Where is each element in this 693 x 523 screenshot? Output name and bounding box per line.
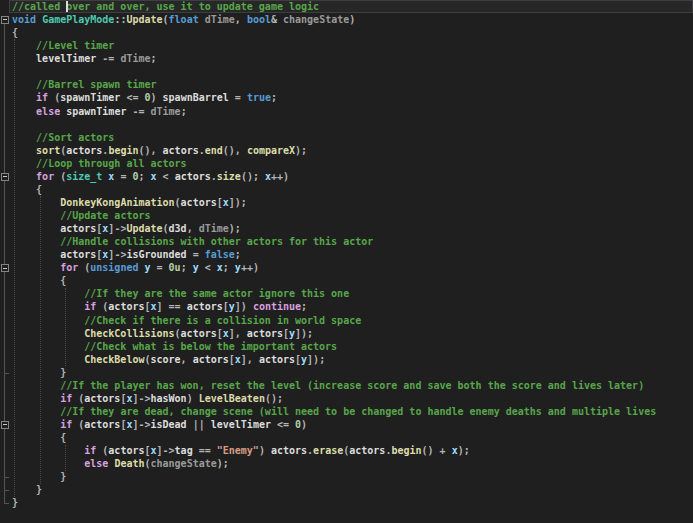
code-area[interactable]: //called over and over, use it to update… xyxy=(0,0,693,509)
code-token-fn: LevelBeaten xyxy=(199,393,265,404)
code-token-id: spawnTimer xyxy=(60,92,120,103)
code-token-pu: { xyxy=(12,27,18,38)
code-token-pu: <= xyxy=(120,92,144,103)
code-line[interactable]: { xyxy=(0,183,693,196)
code-token-fn: Update xyxy=(126,14,162,25)
code-line[interactable] xyxy=(0,65,693,78)
code-line[interactable]: //Check what is below the important acto… xyxy=(0,340,693,353)
code-line[interactable]: { xyxy=(0,431,693,444)
code-line[interactable]: else spawnTimer -= dTime; xyxy=(0,105,693,118)
code-line[interactable]: CheckCollisions(actors[x], actors[y]); xyxy=(0,327,693,340)
code-token-pu: } xyxy=(12,497,18,508)
code-token-ct: if xyxy=(84,301,96,312)
code-line[interactable]: for (unsigned y = 0u; y < x; y++) xyxy=(0,261,693,274)
code-token-pa: dTime xyxy=(120,53,150,64)
code-token-id: actors xyxy=(66,145,102,156)
code-token-fn: sort xyxy=(36,145,60,156)
code-token-pa: changeState xyxy=(151,458,217,469)
code-line[interactable]: if (spawnTimer <= 0) spawnBarrel = true; xyxy=(0,91,693,104)
code-token-pu: , xyxy=(235,14,247,25)
code-token-ct: for xyxy=(36,171,54,182)
code-line[interactable]: //Check if there is a collision in world… xyxy=(0,314,693,327)
code-token-pu: ]); xyxy=(295,328,313,339)
code-line[interactable]: //Handle collisions with other actors fo… xyxy=(0,235,693,248)
code-token-id: d3d xyxy=(169,223,187,234)
collapse-region-icon[interactable] xyxy=(1,173,9,181)
code-line[interactable]: //Barrel spawn timer xyxy=(0,78,693,91)
code-token-pu: ++) xyxy=(271,171,289,182)
code-line[interactable]: else Death(changeState); xyxy=(0,457,693,470)
code-line[interactable]: } xyxy=(0,496,693,509)
code-line[interactable]: //If the player has won, reset the level… xyxy=(0,379,693,392)
code-token-cm: //Level timer xyxy=(36,40,114,51)
code-line[interactable]: //Level timer xyxy=(0,39,693,52)
code-line[interactable]: //called over and over, use it to update… xyxy=(0,0,693,13)
code-token-cm: //Check if there is a collision in world… xyxy=(84,315,361,326)
code-line[interactable]: levelTimer -= dTime; xyxy=(0,52,693,65)
code-line[interactable]: } xyxy=(0,470,693,483)
code-line[interactable]: if (actors[x] == actors[y]) continue; xyxy=(0,300,693,313)
outlining-margin xyxy=(0,0,10,523)
code-token-cm: //Barrel spawn timer xyxy=(36,79,156,90)
code-line[interactable] xyxy=(0,118,693,131)
whitespace xyxy=(12,79,36,90)
collapse-region-icon[interactable] xyxy=(1,421,9,429)
code-line[interactable]: DonkeyKongAnimation(actors[x]); xyxy=(0,196,693,209)
code-token-pu: <= xyxy=(271,419,295,430)
code-line[interactable]: { xyxy=(0,26,693,39)
whitespace xyxy=(12,419,60,430)
code-line[interactable]: //Update actors xyxy=(0,209,693,222)
code-token-id: actors xyxy=(175,171,211,182)
code-line[interactable]: void GamePlayMode::Update(float dTime, b… xyxy=(0,13,693,26)
code-line[interactable]: if (actors[x]->hasWon) LevelBeaten(); xyxy=(0,392,693,405)
whitespace xyxy=(12,301,84,312)
code-token-fn: DonkeyKongAnimation xyxy=(60,197,174,208)
code-token-pu: ) xyxy=(151,92,163,103)
code-line[interactable]: //If they are the same actor ignore this… xyxy=(0,287,693,300)
code-token-id: isGrounded xyxy=(126,249,186,260)
code-editor[interactable]: //called over and over, use it to update… xyxy=(0,0,693,523)
code-token-pu: ++) xyxy=(241,262,259,273)
code-token-pu: ( xyxy=(96,445,108,456)
code-line[interactable]: if (actors[x]->tag == "Enemy") actors.er… xyxy=(0,444,693,457)
code-token-ty: size_t xyxy=(66,171,102,182)
code-token-pu: ; xyxy=(181,106,187,117)
code-token-kw: void xyxy=(12,14,36,25)
code-line[interactable]: CheckBelow(score, actors[x], actors[y]); xyxy=(0,353,693,366)
code-token-pu: = xyxy=(114,171,132,182)
code-token-pu: = xyxy=(229,92,247,103)
code-token-pu: ] == xyxy=(157,301,187,312)
whitespace xyxy=(12,328,84,339)
whitespace xyxy=(12,380,60,391)
code-line[interactable]: //Loop through all actors xyxy=(0,157,693,170)
code-token-fn: size xyxy=(217,171,241,182)
code-line[interactable]: for (size_t x = 0; x < actors.size(); x+… xyxy=(0,170,693,183)
code-token-cm: //called over and over, use it to update… xyxy=(12,1,319,12)
code-token-ct: if xyxy=(60,419,72,430)
code-token-cm: //Handle collisions with other actors fo… xyxy=(60,236,373,247)
code-token-id: actors xyxy=(84,393,120,404)
code-line[interactable]: actors[x]->Update(d3d, dTime); xyxy=(0,222,693,235)
fold-end-tick xyxy=(4,490,9,491)
code-token-pu: ; xyxy=(151,53,157,64)
fold-end-tick xyxy=(4,373,9,374)
fold-end-tick xyxy=(4,477,9,478)
code-token-id: actors xyxy=(193,354,229,365)
code-line[interactable]: //If they are dead, change scene (will n… xyxy=(0,405,693,418)
collapse-region-icon[interactable] xyxy=(1,264,9,272)
code-line[interactable]: { xyxy=(0,274,693,287)
code-line[interactable]: } xyxy=(0,366,693,379)
code-token-fn: begin xyxy=(391,445,421,456)
whitespace xyxy=(12,40,36,51)
code-token-pu: } xyxy=(60,367,66,378)
code-line[interactable]: if (actors[x]->isDead || levelTimer <= 0… xyxy=(0,418,693,431)
code-token-id: spawnTimer xyxy=(66,106,126,117)
whitespace xyxy=(12,393,60,404)
code-token-pu: (), xyxy=(223,145,247,156)
code-line[interactable]: //Sort actors xyxy=(0,131,693,144)
collapse-region-icon[interactable] xyxy=(1,16,9,24)
code-line[interactable]: actors[x]->isGrounded = false; xyxy=(0,248,693,261)
code-line[interactable]: sort(actors.begin(), actors.end(), compa… xyxy=(0,144,693,157)
whitespace xyxy=(12,158,36,169)
code-line[interactable]: } xyxy=(0,483,693,496)
